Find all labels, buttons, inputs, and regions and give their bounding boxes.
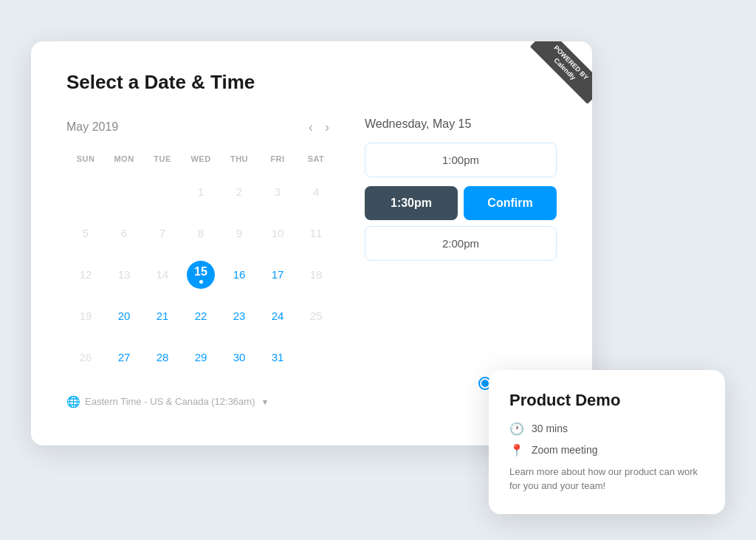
calendar-day: 1 xyxy=(182,172,220,212)
calendar-day-31[interactable]: 31 xyxy=(258,338,297,377)
calendar-day-empty xyxy=(297,338,335,377)
day-headers: SUN MON TUE WED THU FRI SAT xyxy=(66,151,335,166)
demo-card: Product Demo 🕐 30 mins 📍 Zoom meeting Le… xyxy=(489,370,725,514)
calendar-day: 3 xyxy=(258,172,297,212)
globe-icon: 🌐 xyxy=(66,395,80,409)
page-title: Select a Date & Time xyxy=(66,71,557,94)
confirm-button[interactable]: Confirm xyxy=(464,186,557,220)
scene: POWERED BY Calendly Select a Date & Time… xyxy=(31,27,725,514)
calendar-day-empty xyxy=(66,172,105,212)
calendar-week: 12 13 14 15 16 17 18 xyxy=(66,255,335,295)
calendar-day: 2 xyxy=(220,172,258,212)
time-panel: Wednesday, May 15 1:00pm 1:30pm Confirm … xyxy=(365,117,557,409)
calendar-day-29[interactable]: 29 xyxy=(182,338,220,377)
calendar-day-empty xyxy=(143,172,182,212)
calendar-day: 12 xyxy=(66,255,105,295)
time-slot-selected-row: 1:30pm Confirm xyxy=(365,186,557,220)
clock-icon: 🕐 xyxy=(509,422,524,436)
calendar-nav: May 2019 ‹ › xyxy=(66,117,335,137)
next-month-button[interactable]: › xyxy=(319,117,335,137)
calendar-day-16[interactable]: 16 xyxy=(220,255,258,295)
selected-date-label: Wednesday, May 15 xyxy=(365,117,557,131)
calendar-day: 7 xyxy=(143,213,182,253)
calendar-day-empty xyxy=(105,172,143,212)
calendar-day-21[interactable]: 21 xyxy=(143,296,182,336)
calendar-left: May 2019 ‹ › SUN MON TUE WED THU FRI SAT xyxy=(66,117,335,409)
day-header-wed: WED xyxy=(182,151,220,166)
calendar-week: 1 2 3 4 xyxy=(66,172,335,212)
calendar-day: 18 xyxy=(297,255,335,295)
calendar-day: 14 xyxy=(143,255,182,295)
day-header-sun: SUN xyxy=(66,151,105,166)
calendar-day: 4 xyxy=(297,172,335,212)
calendar-weeks: 1 2 3 4 5 6 7 8 9 10 xyxy=(66,172,335,377)
time-slots: 1:00pm 1:30pm Confirm 2:00pm xyxy=(365,143,557,261)
day-header-fri: FRI xyxy=(258,151,297,166)
powered-by-ribbon: POWERED BY Calendly xyxy=(518,41,592,115)
calendar-day-24[interactable]: 24 xyxy=(258,296,297,336)
calendar-day-15-selected[interactable]: 15 xyxy=(182,255,220,295)
location-icon: 📍 xyxy=(509,443,524,457)
month-year-label: May 2019 xyxy=(66,120,303,134)
timezone-selector[interactable]: 🌐 Eastern Time - US & Canada (12:36am) ▼ xyxy=(66,395,335,409)
calendar-week: 26 27 28 29 30 31 xyxy=(66,338,335,377)
demo-duration: 30 mins xyxy=(532,423,568,434)
calendar-day: 10 xyxy=(258,213,297,253)
timezone-chevron-icon: ▼ xyxy=(261,397,269,406)
demo-location: Zoom meeting xyxy=(532,444,597,456)
calendar-day-20[interactable]: 20 xyxy=(105,296,143,336)
calendar-day: 11 xyxy=(297,213,335,253)
demo-card-title: Product Demo xyxy=(509,391,704,410)
day-header-thu: THU xyxy=(220,151,258,166)
time-slot-1pm[interactable]: 1:00pm xyxy=(365,143,557,177)
time-slot-2pm[interactable]: 2:00pm xyxy=(365,226,557,261)
calendar-day-23[interactable]: 23 xyxy=(220,296,258,336)
calendar-week: 19 20 21 22 23 24 25 xyxy=(66,296,335,336)
demo-duration-row: 🕐 30 mins xyxy=(509,422,704,436)
calendar-day-17[interactable]: 17 xyxy=(258,255,297,295)
day-header-sat: SAT xyxy=(297,151,335,166)
calendar-day: 25 xyxy=(297,296,335,336)
calendar-day: 5 xyxy=(66,213,105,253)
day-header-tue: TUE xyxy=(143,151,182,166)
time-slot-130pm-selected[interactable]: 1:30pm xyxy=(365,186,458,220)
calendar-day: 6 xyxy=(105,213,143,253)
calendar-day: 8 xyxy=(182,213,220,253)
calendar-day-27[interactable]: 27 xyxy=(105,338,143,377)
calendar-day: 19 xyxy=(66,296,105,336)
demo-description: Learn more about how our product can wor… xyxy=(509,465,704,493)
day-header-mon: MON xyxy=(105,151,143,166)
calendar-week: 5 6 7 8 9 10 11 xyxy=(66,213,335,253)
timezone-label: Eastern Time - US & Canada (12:36am) xyxy=(85,396,255,407)
demo-location-row: 📍 Zoom meeting xyxy=(509,443,704,457)
prev-month-button[interactable]: ‹ xyxy=(303,117,319,137)
calendar-day: 9 xyxy=(220,213,258,253)
calendar-grid: SUN MON TUE WED THU FRI SAT xyxy=(66,151,335,377)
calendar-day: 26 xyxy=(66,338,105,377)
calendar-day-22[interactable]: 22 xyxy=(182,296,220,336)
calendar-day-30[interactable]: 30 xyxy=(220,338,258,377)
calendar-day: 13 xyxy=(105,255,143,295)
calendar-main: May 2019 ‹ › SUN MON TUE WED THU FRI SAT xyxy=(66,117,557,409)
calendar-day-28[interactable]: 28 xyxy=(143,338,182,377)
